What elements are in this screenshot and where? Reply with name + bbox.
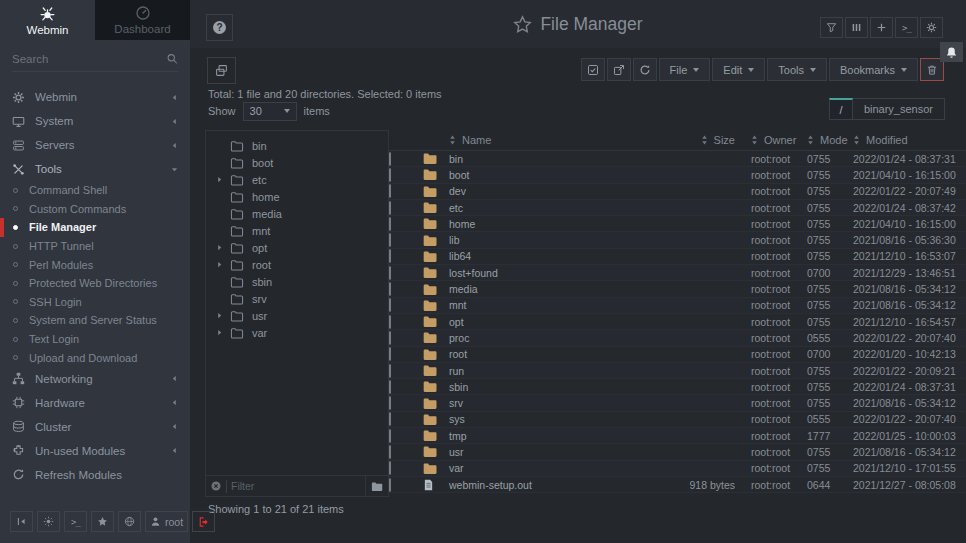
- star-outline-icon[interactable]: [513, 15, 532, 34]
- row-checkbox[interactable]: [389, 445, 391, 459]
- notifications-tab[interactable]: [940, 42, 963, 62]
- row-checkbox[interactable]: [389, 315, 391, 329]
- add-button[interactable]: [870, 17, 893, 38]
- sidebar-subitem[interactable]: Custom Commands: [0, 200, 190, 219]
- row-checkbox[interactable]: [389, 152, 391, 166]
- file-name[interactable]: home: [449, 218, 620, 230]
- row-checkbox[interactable]: [389, 266, 391, 280]
- file-name[interactable]: media: [449, 283, 620, 295]
- file-menu-button[interactable]: File: [659, 58, 711, 81]
- expand-caret-icon[interactable]: [214, 329, 224, 336]
- sidebar-subitem[interactable]: SSH Login: [0, 293, 190, 312]
- console-button[interactable]: >_: [895, 17, 918, 38]
- file-name[interactable]: dev: [449, 185, 620, 197]
- file-name[interactable]: mnt: [449, 299, 620, 311]
- tree-item[interactable]: root: [206, 256, 388, 273]
- row-checkbox[interactable]: [389, 168, 391, 182]
- table-row[interactable]: opt root:root 0755 2021/12/10 - 16:54:57: [389, 314, 966, 330]
- clear-filter-icon[interactable]: [210, 480, 222, 492]
- sidebar-item-refresh-modules[interactable]: Refresh Modules: [0, 463, 190, 487]
- tab-dashboard[interactable]: Dashboard: [95, 0, 190, 40]
- column-header-mode[interactable]: Mode: [807, 134, 853, 146]
- select-view-button[interactable]: [207, 57, 236, 84]
- row-checkbox[interactable]: [389, 412, 391, 426]
- file-name[interactable]: tmp: [449, 430, 620, 442]
- sidebar-subitem[interactable]: File Manager: [0, 218, 190, 237]
- tree-item[interactable]: boot: [206, 154, 388, 171]
- file-name[interactable]: lost+found: [449, 267, 620, 279]
- table-row[interactable]: webmin-setup.out 918 bytes root:root 064…: [389, 477, 966, 493]
- sidebar-subitem[interactable]: Text Login: [0, 330, 190, 349]
- column-header-modified[interactable]: Modified: [853, 134, 966, 146]
- tree-item[interactable]: mnt: [206, 222, 388, 239]
- tree-filter-input[interactable]: [227, 480, 365, 492]
- sidebar-item-hardware[interactable]: Hardware: [0, 391, 190, 415]
- row-checkbox[interactable]: [389, 201, 391, 215]
- column-header-name[interactable]: Name: [449, 134, 620, 146]
- theme-button[interactable]: [37, 511, 60, 532]
- sidebar-subitem[interactable]: HTTP Tunnel: [0, 237, 190, 256]
- row-checkbox[interactable]: [389, 364, 391, 378]
- row-checkbox[interactable]: [389, 249, 391, 263]
- row-checkbox[interactable]: [389, 298, 391, 312]
- collapse-sidebar-button[interactable]: [10, 511, 33, 532]
- sidebar-subitem[interactable]: System and Server Status: [0, 311, 190, 330]
- file-name[interactable]: proc: [449, 332, 620, 344]
- table-row[interactable]: srv root:root 0755 2021/08/16 - 05:34:12: [389, 395, 966, 411]
- sidebar-subitem[interactable]: Protected Web Directories: [0, 274, 190, 293]
- row-checkbox[interactable]: [389, 380, 391, 394]
- tab-webmin[interactable]: Webmin: [0, 0, 95, 40]
- select-all-button[interactable]: [581, 58, 605, 81]
- table-row[interactable]: tmp root:root 1777 2022/01/25 - 10:00:03: [389, 428, 966, 444]
- tree-item[interactable]: srv: [206, 290, 388, 307]
- sidebar-item-system[interactable]: System: [0, 109, 190, 133]
- user-button[interactable]: root: [145, 511, 188, 532]
- tools-menu-button[interactable]: Tools: [767, 58, 827, 81]
- page-size-select[interactable]: 30: [243, 102, 297, 121]
- file-name[interactable]: usr: [449, 446, 620, 458]
- table-row[interactable]: etc root:root 0755 2022/01/24 - 08:37:42: [389, 200, 966, 216]
- tree-item[interactable]: usr: [206, 307, 388, 324]
- file-name[interactable]: sbin: [449, 381, 620, 393]
- expand-caret-icon[interactable]: [214, 261, 224, 268]
- table-row[interactable]: sys root:root 0555 2022/01/22 - 20:07:40: [389, 412, 966, 428]
- expand-caret-icon[interactable]: [214, 244, 224, 251]
- file-name[interactable]: sys: [449, 413, 620, 425]
- file-name[interactable]: run: [449, 365, 620, 377]
- shell-button[interactable]: >_: [64, 511, 87, 532]
- table-row[interactable]: var root:root 0755 2021/12/10 - 17:01:55: [389, 461, 966, 477]
- table-row[interactable]: dev root:root 0755 2022/01/22 - 20:07:49: [389, 184, 966, 200]
- logout-button[interactable]: [192, 511, 215, 532]
- file-name[interactable]: opt: [449, 316, 620, 328]
- row-checkbox[interactable]: [389, 217, 391, 231]
- tree-item[interactable]: bin: [206, 137, 388, 154]
- sidebar-item-unused-modules[interactable]: Un-used Modules: [0, 439, 190, 463]
- table-row[interactable]: lost+found root:root 0700 2021/12/29 - 1…: [389, 265, 966, 281]
- sidebar-item-cluster[interactable]: Cluster: [0, 415, 190, 439]
- column-header-size[interactable]: Size: [620, 134, 735, 146]
- sidebar-item-servers[interactable]: Servers: [0, 133, 190, 157]
- file-name[interactable]: bin: [449, 153, 620, 165]
- tree-item[interactable]: etc: [206, 171, 388, 188]
- row-checkbox[interactable]: [389, 347, 391, 361]
- file-name[interactable]: root: [449, 348, 620, 360]
- expand-caret-icon[interactable]: [214, 312, 224, 319]
- file-name[interactable]: var: [449, 462, 620, 474]
- row-checkbox[interactable]: [389, 233, 391, 247]
- row-checkbox[interactable]: [389, 478, 391, 492]
- breadcrumb-root[interactable]: /: [829, 98, 853, 120]
- row-checkbox[interactable]: [389, 461, 391, 475]
- sidebar-subitem[interactable]: Command Shell: [0, 181, 190, 200]
- language-button[interactable]: [118, 511, 141, 532]
- table-row[interactable]: mnt root:root 0755 2021/08/16 - 05:34:12: [389, 298, 966, 314]
- tree-folder-button[interactable]: [365, 476, 388, 496]
- table-row[interactable]: run root:root 0755 2022/01/22 - 20:09:21: [389, 363, 966, 379]
- row-checkbox[interactable]: [389, 184, 391, 198]
- file-name[interactable]: srv: [449, 397, 620, 409]
- sidebar-item-webmin[interactable]: Webmin: [0, 85, 190, 109]
- columns-button[interactable]: [845, 17, 868, 38]
- export-button[interactable]: [607, 58, 631, 81]
- sidebar-item-networking[interactable]: Networking: [0, 367, 190, 391]
- sidebar-subitem[interactable]: Perl Modules: [0, 255, 190, 274]
- tree-item[interactable]: var: [206, 324, 388, 341]
